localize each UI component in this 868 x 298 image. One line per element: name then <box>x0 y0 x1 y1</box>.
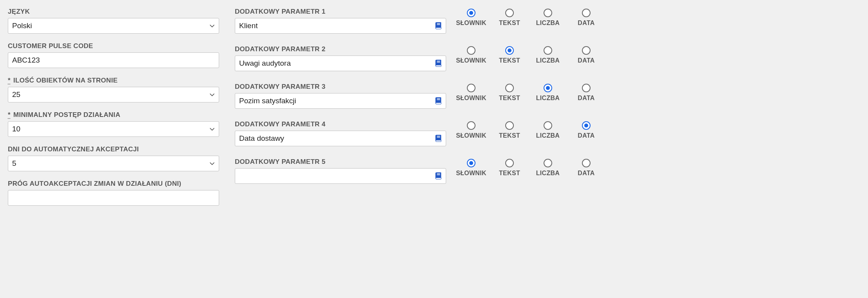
radio-option: DATA <box>569 84 603 102</box>
radio-label: TEKST <box>499 95 520 102</box>
radio-button[interactable] <box>582 84 591 92</box>
select-input[interactable] <box>8 156 219 171</box>
param-label: DODATKOWY PARAMETR 1 <box>235 8 446 16</box>
param-main: DODATKOWY PARAMETR 1 <box>235 8 446 34</box>
param-type-radio-group: SŁOWNIKTEKSTLICZBADATA <box>454 158 603 177</box>
radio-button[interactable] <box>467 46 475 55</box>
param-type-radio-group: SŁOWNIKTEKSTLICZBADATA <box>454 83 603 102</box>
dictionary-button[interactable] <box>433 58 444 69</box>
required-star: * <box>8 77 11 84</box>
param-row-1: DODATKOWY PARAMETR 1SŁOWNIKTEKSTLICZBADA… <box>235 8 860 34</box>
param-row-5: DODATKOWY PARAMETR 5SŁOWNIKTEKSTLICZBADA… <box>235 158 860 184</box>
radio-button[interactable] <box>467 121 475 130</box>
book-icon <box>434 172 443 180</box>
select-input[interactable] <box>8 87 219 102</box>
radio-button[interactable] <box>582 121 591 130</box>
radio-option: DATA <box>569 46 603 64</box>
radio-button[interactable] <box>505 84 514 92</box>
field-label: DNI DO AUTOMATYCZNEJ AKCEPTACJI <box>8 145 219 153</box>
field-control <box>8 156 219 171</box>
select-input[interactable] <box>8 121 219 137</box>
field-label: JĘZYK <box>8 8 219 16</box>
text-input[interactable] <box>8 190 219 206</box>
radio-option: SŁOWNIK <box>454 46 488 64</box>
radio-label: SŁOWNIK <box>456 57 486 64</box>
book-icon <box>434 134 443 143</box>
param-main: DODATKOWY PARAMETR 5 <box>235 158 446 184</box>
dictionary-button[interactable] <box>433 171 444 181</box>
radio-label: DATA <box>578 95 594 102</box>
radio-button[interactable] <box>467 159 475 167</box>
radio-option: TEKST <box>492 159 527 177</box>
radio-button[interactable] <box>467 9 475 17</box>
radio-label: DATA <box>578 170 594 177</box>
radio-button[interactable] <box>505 9 514 17</box>
param-input[interactable] <box>235 56 446 71</box>
param-input[interactable] <box>235 131 446 146</box>
left-field-1: CUSTOMER PULSE CODE <box>8 42 219 68</box>
radio-option: DATA <box>569 159 603 177</box>
param-main: DODATKOWY PARAMETR 4 <box>235 120 446 146</box>
radio-label: TEKST <box>499 170 520 177</box>
radio-button[interactable] <box>544 84 552 92</box>
dictionary-button[interactable] <box>433 95 444 106</box>
radio-label: TEKST <box>499 20 520 27</box>
param-type-radio-group: SŁOWNIKTEKSTLICZBADATA <box>454 45 603 64</box>
dictionary-button[interactable] <box>433 20 444 31</box>
param-control <box>235 168 446 184</box>
dictionary-button[interactable] <box>433 133 444 144</box>
param-main: DODATKOWY PARAMETR 2 <box>235 45 446 71</box>
param-label: DODATKOWY PARAMETR 4 <box>235 120 446 128</box>
radio-label: DATA <box>578 132 594 139</box>
book-icon <box>434 59 443 68</box>
text-input[interactable] <box>8 52 219 68</box>
radio-label: SŁOWNIK <box>456 20 486 27</box>
required-star: * <box>8 111 11 118</box>
radio-button[interactable] <box>505 121 514 130</box>
radio-label: SŁOWNIK <box>456 95 486 102</box>
radio-button[interactable] <box>544 46 552 55</box>
radio-button[interactable] <box>544 121 552 130</box>
field-control <box>8 18 219 34</box>
radio-option: TEKST <box>492 121 527 139</box>
radio-label: DATA <box>578 20 594 27</box>
param-row-3: DODATKOWY PARAMETR 3SŁOWNIKTEKSTLICZBADA… <box>235 83 860 109</box>
radio-option: SŁOWNIK <box>454 9 488 27</box>
radio-button[interactable] <box>582 159 591 167</box>
select-input[interactable] <box>8 18 219 34</box>
param-label: DODATKOWY PARAMETR 2 <box>235 45 446 53</box>
radio-label: TEKST <box>499 132 520 139</box>
param-input[interactable] <box>235 93 446 109</box>
radio-button[interactable] <box>505 46 514 55</box>
radio-button[interactable] <box>582 9 591 17</box>
field-label-text: CUSTOMER PULSE CODE <box>8 42 93 50</box>
left-field-4: DNI DO AUTOMATYCZNEJ AKCEPTACJI <box>8 145 219 171</box>
field-label-text: ILOŚĆ OBIEKTÓW NA STRONIE <box>13 77 118 84</box>
book-icon <box>434 97 443 105</box>
radio-button[interactable] <box>544 9 552 17</box>
radio-option: TEKST <box>492 84 527 102</box>
param-control <box>235 93 446 109</box>
param-label: DODATKOWY PARAMETR 3 <box>235 83 446 91</box>
left-field-5: PRÓG AUTOAKCEPTACJI ZMIAN W DZIAŁANIU (D… <box>8 180 219 206</box>
param-row-2: DODATKOWY PARAMETR 2SŁOWNIKTEKSTLICZBADA… <box>235 45 860 71</box>
radio-button[interactable] <box>544 159 552 167</box>
radio-option: SŁOWNIK <box>454 159 488 177</box>
radio-button[interactable] <box>467 84 475 92</box>
param-control <box>235 18 446 34</box>
field-label-text: PRÓG AUTOAKCEPTACJI ZMIAN W DZIAŁANIU (D… <box>8 180 181 187</box>
radio-label: SŁOWNIK <box>456 132 486 139</box>
param-control <box>235 131 446 146</box>
radio-button[interactable] <box>505 159 514 167</box>
param-input[interactable] <box>235 18 446 34</box>
field-control <box>8 190 219 206</box>
radio-label: LICZBA <box>536 95 560 102</box>
param-type-radio-group: SŁOWNIKTEKSTLICZBADATA <box>454 8 603 27</box>
radio-label: DATA <box>578 57 594 64</box>
radio-label: SŁOWNIK <box>456 170 486 177</box>
field-label-text: DNI DO AUTOMATYCZNEJ AKCEPTACJI <box>8 145 139 153</box>
param-input[interactable] <box>235 168 446 184</box>
radio-label: TEKST <box>499 57 520 64</box>
radio-button[interactable] <box>582 46 591 55</box>
field-control <box>8 121 219 137</box>
